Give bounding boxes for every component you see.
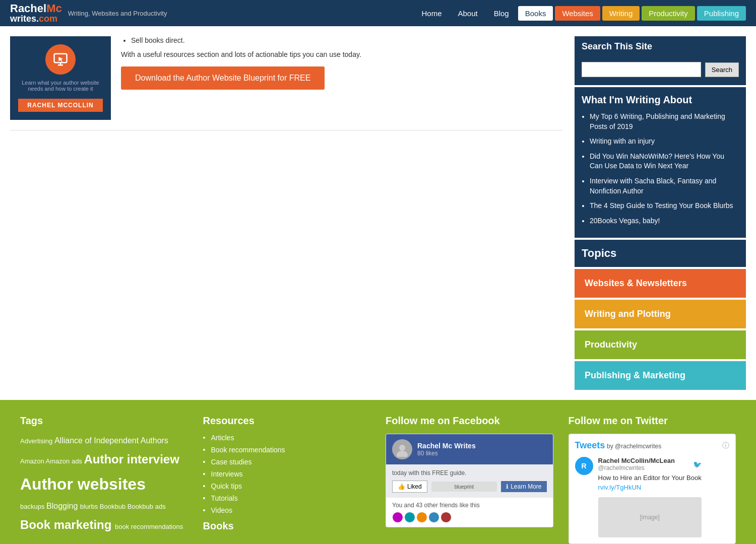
nav-publishing[interactable]: Publishing [697,6,746,21]
nav-productivity[interactable]: Productivity [642,6,695,21]
tweets-label: Tweets [575,440,605,450]
nav-home[interactable]: Home [414,6,449,21]
twitter-avatar: R [575,457,593,475]
tweet-content: Rachel McCollin/McLean @rachelmcwrites 🐦… [598,457,702,537]
writing-link-5[interactable]: The 4 Step Guide to Testing Your Book Bl… [590,201,733,210]
topic-publishing-marketing[interactable]: Publishing & Marketing [575,361,746,390]
nav-blog[interactable]: Blog [487,6,516,21]
twitter-name: Rachel McCollin/McLean [598,457,675,464]
content-area: Learn what your author website needs and… [10,36,562,390]
list-item: The 4 Step Guide to Testing Your Book Bl… [590,201,739,211]
search-button[interactable]: Search [705,62,739,77]
tag-amazon-ads[interactable]: Amazon ads [46,457,84,465]
fb-learn-more-button[interactable]: ℹ Learn More [501,481,546,492]
writing-about-title: What I'm Writing About [582,94,739,106]
resource-link-videos[interactable]: Videos [211,506,233,514]
site-header: RachelMc writes.com Writing, Websites an… [0,0,756,26]
resource-tutorials: Tutorials [203,494,371,502]
monitor-icon [53,52,68,67]
writing-link-3[interactable]: Did You Win NaNoWriMo? Here's How You Ca… [590,152,724,170]
topics-title: Topics [575,240,746,267]
writing-link-6[interactable]: 20Books Vegas, baby! [590,217,660,225]
tw-title-area: Tweets by @rachelmcwrites [575,440,662,451]
list-item: Did You Win NaNoWriMo? Here's How You Ca… [590,152,739,171]
fb-liked-label: Liked [407,483,422,490]
tag-backups[interactable]: backups [20,503,46,510]
promo-description: With a useful resources section and lots… [121,50,562,58]
nav-websites[interactable]: Websites [555,6,600,21]
writing-link-4[interactable]: Interview with Sacha Black, Fantasy and … [590,177,716,195]
main-wrapper: Learn what your author website needs and… [0,26,756,400]
resource-link-interviews[interactable]: Interviews [211,470,243,478]
list-item: Interview with Sacha Black, Fantasy and … [590,176,739,196]
fb-mini-avatar-2 [404,512,415,523]
footer-twitter-title: Follow me on Twitter [569,415,736,427]
topic-writing-plotting[interactable]: Writing and Plotting [575,300,746,328]
logo-text: RachelMc writes.com [10,3,62,23]
nav-about[interactable]: About [451,6,484,21]
resource-link-book-recs[interactable]: Book recommendations [211,446,285,454]
resource-link-tutorials[interactable]: Tutorials [211,494,238,502]
resource-articles: Articles [203,434,371,442]
fb-likes: 80 likes [417,450,476,457]
fb-avatar-icon [395,442,410,457]
info-icon: ℹ [506,483,509,490]
topic-websites-newsletters[interactable]: Websites & Newsletters [575,269,746,298]
fb-guide-text: today with this FREE guide. [392,469,547,477]
search-section-title: Search This Site [575,36,746,57]
tw-header: Tweets by @rachelmcwrites ⓘ [575,440,730,451]
footer-resources-title: Resources [203,415,371,427]
topic-productivity[interactable]: Productivity [575,330,746,359]
tag-advertising[interactable]: Advertising [20,437,54,445]
fb-friends-text: You and 43 other friends like this [392,502,547,509]
tweet-text: How to Hire an Editor for Your Book rviv… [598,473,702,492]
site-logo: RachelMc writes.com Writing, Websites an… [10,3,167,23]
tweet-link[interactable]: rviv.ly/TgHkUN [598,484,642,491]
tag-blogging[interactable]: Blogging [46,502,80,510]
svg-point-5 [397,451,408,457]
book-cover-icon [45,44,76,75]
tag-blurbs[interactable]: blurbs [80,503,100,510]
tag-book-recommendations[interactable]: book recommendations [115,523,183,530]
twitter-bird-icon: 🐦 [693,460,702,468]
fb-friend-avatars [392,512,547,523]
thumbs-up-icon: 👍 [398,483,405,490]
resource-videos: Videos [203,506,371,514]
nav-writing[interactable]: Writing [602,6,640,21]
promo-bullet-1: Sell books direct. [131,36,562,44]
book-promo-text: Sell books direct. With a useful resourc… [121,36,562,120]
search-input[interactable] [582,62,701,77]
tag-author-interview[interactable]: Author interview [84,452,179,466]
download-button[interactable]: Download the Author Website Blueprint fo… [121,66,325,90]
tag-alliance[interactable]: Alliance of Independent Authors [54,436,168,445]
book-cover-subtitle: Learn what your author website needs and… [18,80,103,92]
footer-resources-col: Resources Articles Book recommendations … [203,415,371,543]
writing-link-2[interactable]: Writing with an injury [590,137,655,145]
footer-facebook-col: Follow me on Facebook Rachel Mc Writes 8… [386,415,553,543]
footer-twitter-col: Follow me on Twitter Tweets by @rachelmc… [569,415,736,543]
svg-point-4 [399,445,405,451]
twitter-info-icon[interactable]: ⓘ [722,441,729,450]
tag-bookbub-ads[interactable]: Bookbub ads [128,503,166,510]
resource-link-case-studies[interactable]: Case studies [211,458,252,466]
list-item: 20Books Vegas, baby! [590,216,739,226]
list-item: My Top 6 Writing, Publishing and Marketi… [590,112,739,131]
footer-tags-title: Tags [20,415,188,427]
book-promo: Learn what your author website needs and… [10,36,562,130]
writing-link-1[interactable]: My Top 6 Writing, Publishing and Marketi… [590,112,725,130]
tag-book-marketing[interactable]: Book marketing [20,518,115,531]
tag-amazon[interactable]: Amazon [20,457,46,465]
footer-facebook-title: Follow me on Facebook [386,415,553,427]
book-cover-author: RACHEL MCCOLLIN [18,99,103,112]
fb-liked-button[interactable]: 👍 Liked [392,481,427,493]
search-box: Search [575,57,746,85]
tag-author-websites[interactable]: Author websites [20,475,146,493]
fb-blueprint-label: blueprint [431,482,497,492]
main-nav: Home About Blog Books Websites Writing P… [414,6,746,21]
resource-quick-tips: Quick tips [203,482,371,490]
nav-books[interactable]: Books [518,6,553,21]
fb-avatar [392,439,412,459]
resource-link-quick-tips[interactable]: Quick tips [211,482,242,490]
tag-bookbub[interactable]: Bookbub [100,503,128,510]
resource-link-articles[interactable]: Articles [211,434,234,442]
